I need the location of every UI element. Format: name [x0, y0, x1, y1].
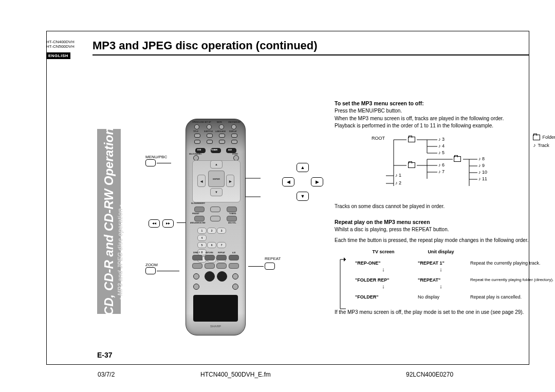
repeat-btn — [216, 255, 227, 260]
callout-zoom: ZOOM — [145, 263, 179, 274]
remote-display — [193, 295, 238, 322]
ab-btn — [229, 255, 239, 260]
repeat-mode-table: TV screen Unit display "REP-ONE" ↓ — [335, 249, 555, 302]
lead-bracket — [335, 258, 352, 303]
return-btn — [205, 255, 215, 260]
subtitle-label: SUBTITLE — [204, 130, 213, 133]
content-column: To set the MP3 menu screen to off: Press… — [335, 97, 555, 317]
remote-btn — [219, 140, 225, 144]
source-aux-label: AUX — [228, 149, 232, 151]
dpad-down: ▼ — [210, 188, 223, 196]
folder-icon — [408, 162, 415, 168]
remote-area: MENU/PBC ZOOM ◂◂ ▸▸ — [150, 119, 319, 350]
language-label: LANGUAGE — [215, 130, 226, 133]
footer-date: 03/7/2 — [46, 371, 200, 378]
folder-icon — [454, 156, 461, 162]
tuning-label: TUNING — [229, 213, 236, 215]
track-8: ♪ 8 — [478, 156, 485, 162]
track-1: ♪ 1 — [395, 173, 401, 178]
section1-p2: When the MP3 menu screen is off, tracks … — [335, 116, 555, 122]
ctrl-btn — [192, 263, 202, 269]
remote-zoom-button — [231, 140, 237, 144]
row1-tv: "REP-ONE" ↓ — [352, 258, 415, 275]
num-3: 3 — [217, 228, 226, 234]
callout-menu-pbc-button — [145, 159, 156, 166]
track-6: ♪ 6 — [438, 162, 445, 168]
ctrl-btn — [229, 263, 239, 269]
track-2: ♪ 2 — [395, 180, 401, 186]
track-3: ♪ 3 — [438, 137, 445, 142]
multi-surro-label: MULTI/SURRO. — [189, 153, 202, 155]
footer-meta: 03/7/2 HTCN400_500DVH_E.fm 92LCN400E0270 — [46, 371, 529, 378]
section2-heading: Repeat play on the MP3 menu screen — [335, 219, 555, 226]
num-4: 4 — [197, 235, 207, 241]
ctrl-btn — [227, 207, 237, 212]
section1-p3: Playback is performed in the order of 1 … — [335, 123, 555, 129]
source-tuner-label: TUNER — [211, 149, 217, 151]
title-button — [194, 134, 200, 138]
num-1: 1 — [197, 228, 207, 234]
remote-inner: OPEN/CLOSE SET UP MUTE ON/STAND-BY TITLE… — [186, 119, 245, 335]
folder-tree-diagram: ROOT ♪ 3 ♪ 4 ♪ 5 ♪ 6 ♪ 7 ♪ 8 ♪ 9 ♪ 10 ♪ … — [335, 135, 555, 196]
dpad-enter: ENTER — [208, 171, 225, 187]
language-button — [219, 134, 225, 138]
setup-label: SET UP — [205, 121, 211, 123]
footer-code: 92LCN400E0270 — [406, 371, 509, 378]
callout-menu-pbc-label: MENU/PBC — [145, 155, 171, 159]
standby-button — [231, 124, 236, 129]
footer-file: HTCN400_500DVH_E.fm — [200, 371, 406, 378]
callout-zoom-button — [145, 267, 156, 274]
enter-label: ENTER — [213, 178, 220, 180]
ch-down-btn — [193, 284, 199, 290]
track-7: ♪ 7 — [438, 169, 445, 175]
folder-icon — [533, 135, 540, 140]
direct-btn — [192, 255, 202, 260]
stmo-label: ST/MO — [232, 153, 238, 155]
track-5: ♪ 5 — [438, 150, 445, 156]
btm-label-4: A-B — [232, 252, 235, 254]
remote-btn — [207, 140, 213, 144]
note-icon: ♪ — [533, 142, 535, 149]
open-close-button — [194, 124, 199, 129]
preset-label: PRESET — [192, 213, 199, 215]
section1-p1: Press the MENU/PBC button. — [335, 108, 555, 115]
title-label: TITLE — [193, 130, 198, 133]
dpad-up: ▲ — [210, 160, 223, 169]
source-dvd-label: DVD — [197, 149, 201, 151]
btm-label-1: DIRECT — [193, 252, 200, 254]
section2-footnote: If the MP3 menu screen is off, the play … — [335, 309, 555, 316]
display-button — [231, 134, 237, 138]
tree-legend: Folder ♪Track — [533, 135, 555, 151]
mute-button — [219, 124, 224, 129]
num-2: 2 — [207, 228, 216, 234]
bottom-row-2 — [191, 263, 240, 269]
row2-desc: Repeat the currently playing folder (dir… — [467, 275, 555, 292]
callout-repeat: REPEAT — [248, 263, 275, 270]
bottom-row-1 — [191, 255, 240, 260]
btm-label-3: REPEAT — [218, 252, 225, 254]
arrow-left-button: ◀ — [282, 177, 294, 186]
callout-zoom-label: ZOOM — [145, 263, 179, 267]
display-label: DISPLAY — [229, 130, 237, 133]
connector-line — [245, 172, 261, 208]
ctrl-btn — [210, 216, 220, 221]
ctrl-btn — [227, 216, 237, 221]
connector-line — [248, 266, 264, 267]
ctrl-btn — [216, 263, 227, 269]
skip-prev-button: ◂◂ — [149, 219, 160, 228]
vol-up-btn — [232, 273, 238, 279]
connector-line — [157, 271, 179, 271]
row1-unit: "REPEAT 1" ↓ — [415, 258, 467, 275]
col-unit-head: Unit display — [415, 249, 467, 258]
num-5: 5 — [197, 242, 207, 248]
page-title: MP3 and JPEG disc operation (continued) — [92, 39, 529, 52]
callout-menu-pbc: MENU/PBC — [145, 155, 171, 166]
row3-desc: Repeat play is cancelled. — [467, 292, 555, 302]
num-6: 6 — [207, 242, 216, 248]
arrow-down-icon: ↓ — [418, 283, 464, 290]
control-row-a — [191, 207, 240, 212]
setup-button — [207, 124, 212, 129]
tree-lines — [335, 135, 499, 196]
page-frame: E-37 CD, CD-R and CD-RW Operation - MP3 … — [46, 31, 529, 365]
ctrl-btn — [210, 207, 220, 212]
